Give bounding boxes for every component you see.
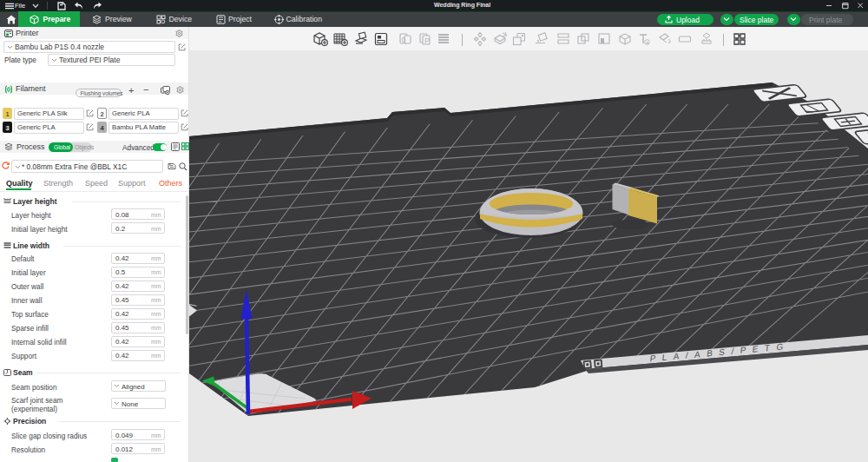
svg-text:P: P [424,36,430,45]
svg-text:0: 0 [402,36,406,44]
